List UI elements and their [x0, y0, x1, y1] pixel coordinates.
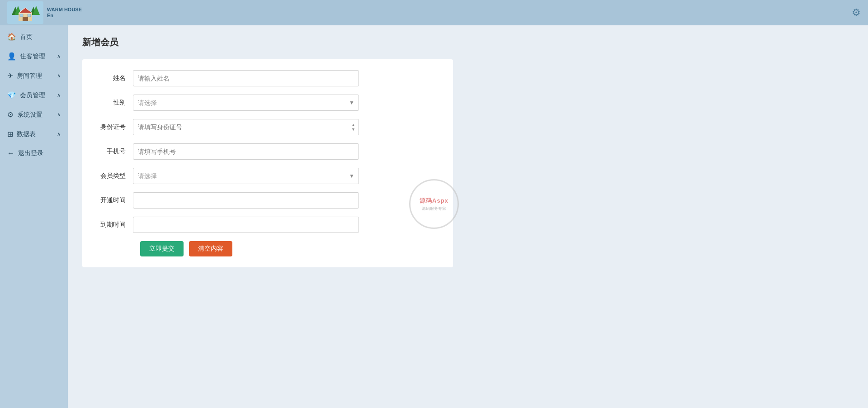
- sidebar-item-guest[interactable]: 👤 住客管理 ∧: [0, 47, 68, 66]
- phone-row: 手机号: [97, 143, 439, 160]
- chevron-up-icon-5: ∧: [57, 131, 61, 137]
- member-type-select[interactable]: 请选择 普通会员 VIP会员 钻石会员: [133, 168, 359, 184]
- sidebar-label-logout: 退出登录: [18, 149, 43, 157]
- start-time-label: 开通时间: [97, 196, 133, 204]
- sidebar-item-home[interactable]: 🏠 首页: [0, 27, 68, 47]
- svg-rect-7: [23, 17, 28, 21]
- end-time-row: 到期时间: [97, 217, 439, 233]
- id-input[interactable]: [133, 119, 359, 135]
- header: WARM HOUSE En ⚙: [0, 0, 868, 25]
- member-type-label: 会员类型: [97, 172, 133, 180]
- sidebar-label-data: 数据表: [17, 130, 36, 138]
- name-label: 姓名: [97, 74, 133, 82]
- chevron-up-icon-4: ∧: [57, 112, 61, 118]
- member-type-select-wrapper: 请选择 普通会员 VIP会员 钻石会员 ▼: [133, 168, 359, 184]
- phone-label: 手机号: [97, 147, 133, 156]
- sidebar-label-system: 系统设置: [17, 111, 42, 119]
- page-title: 新增会员: [82, 36, 854, 48]
- sidebar-item-system[interactable]: ⚙ 系统设置 ∧: [0, 105, 68, 124]
- sidebar-label-member: 会员管理: [20, 91, 45, 100]
- start-time-row: 开通时间: [97, 192, 439, 209]
- end-time-input[interactable]: [133, 217, 359, 233]
- id-input-wrapper: ▲ ▼: [133, 119, 359, 135]
- room-icon: ✈: [7, 71, 13, 80]
- sidebar-item-member[interactable]: 💎 会员管理 ∧: [0, 85, 68, 105]
- svg-rect-8: [20, 14, 23, 17]
- start-time-input[interactable]: [133, 192, 359, 209]
- add-member-form: 姓名 性别 请选择 男 女 ▼ 身份证号: [82, 59, 453, 267]
- system-icon: ⚙: [7, 110, 14, 119]
- sidebar-item-room[interactable]: ✈ 房间管理 ∧: [0, 66, 68, 85]
- gender-row: 性别 请选择 男 女 ▼: [97, 95, 439, 111]
- home-icon: 🏠: [7, 33, 16, 41]
- sidebar-item-logout[interactable]: ← 退出登录: [0, 144, 68, 163]
- data-icon: ⊞: [7, 130, 13, 138]
- member-type-row: 会员类型 请选择 普通会员 VIP会员 钻石会员 ▼: [97, 168, 439, 184]
- gender-label: 性别: [97, 99, 133, 107]
- sidebar-item-data[interactable]: ⊞ 数据表 ∧: [0, 124, 68, 144]
- sidebar: 🏠 首页 👤 住客管理 ∧ ✈ 房间管理 ∧ 💎 会员管理 ∧ ⚙ 系统设置 ∧…: [0, 25, 68, 408]
- submit-button[interactable]: 立即提交: [140, 241, 184, 256]
- sidebar-label-home: 首页: [20, 33, 33, 41]
- logout-icon: ←: [7, 149, 14, 157]
- content-area: 新增会员 姓名 性别 请选择 男 女 ▼: [68, 25, 868, 408]
- end-time-label: 到期时间: [97, 221, 133, 229]
- name-row: 姓名: [97, 70, 439, 86]
- guest-icon: 👤: [7, 52, 16, 61]
- logo-text: WARM HOUSE En: [47, 7, 82, 19]
- chevron-up-icon: ∧: [57, 53, 61, 59]
- id-row: 身份证号 ▲ ▼: [97, 119, 439, 135]
- logo-area: WARM HOUSE En: [7, 1, 82, 24]
- member-icon: 💎: [7, 91, 16, 100]
- sidebar-label-guest: 住客管理: [20, 52, 45, 61]
- gender-select-wrapper: 请选择 男 女 ▼: [133, 95, 359, 111]
- form-buttons: 立即提交 清空内容: [97, 241, 439, 256]
- name-input[interactable]: [133, 70, 359, 86]
- phone-input[interactable]: [133, 143, 359, 160]
- chevron-up-icon-3: ∧: [57, 92, 61, 98]
- svg-rect-9: [28, 14, 31, 17]
- clear-button[interactable]: 清空内容: [189, 241, 232, 256]
- sidebar-label-room: 房间管理: [17, 72, 42, 80]
- gender-select[interactable]: 请选择 男 女: [133, 95, 359, 111]
- chevron-up-icon-2: ∧: [57, 73, 61, 79]
- main-layout: 🏠 首页 👤 住客管理 ∧ ✈ 房间管理 ∧ 💎 会员管理 ∧ ⚙ 系统设置 ∧…: [0, 25, 868, 408]
- logo-icon: [7, 1, 43, 24]
- settings-icon[interactable]: ⚙: [852, 7, 861, 19]
- id-label: 身份证号: [97, 123, 133, 131]
